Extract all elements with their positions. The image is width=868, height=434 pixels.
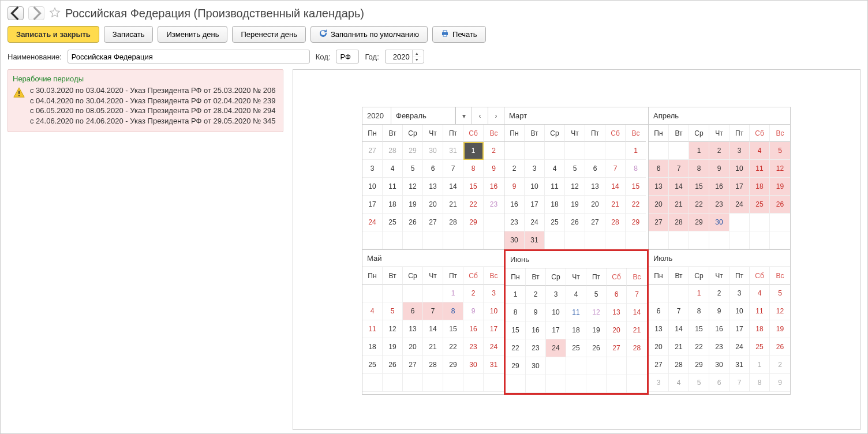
calendar-day[interactable]: 21 <box>605 196 626 214</box>
calendar-day[interactable]: 25 <box>545 214 565 231</box>
calendar-day[interactable]: 19 <box>586 321 607 339</box>
calendar-day[interactable]: 23 <box>504 214 525 231</box>
calendar-day[interactable]: 30 <box>526 357 546 375</box>
calendar-day[interactable]: 30 <box>504 231 525 249</box>
save-button[interactable]: Записать <box>104 26 154 43</box>
calendar-day[interactable]: 18 <box>362 338 383 356</box>
calendar-day[interactable]: 24 <box>525 214 545 231</box>
calendar-day[interactable]: 14 <box>443 178 463 196</box>
calendar-day[interactable]: 8 <box>689 160 709 178</box>
calendar-day[interactable]: 26 <box>565 214 585 231</box>
calendar-day[interactable]: 6 <box>403 302 423 320</box>
calendar-day[interactable]: 10 <box>362 178 383 196</box>
calendar-day[interactable]: 1 <box>443 285 463 302</box>
calendar-day[interactable]: 27 <box>649 356 669 374</box>
year-up-icon[interactable]: ▲ <box>413 50 421 57</box>
calendar-day[interactable]: 6 <box>423 160 443 178</box>
calendar-day[interactable]: 8 <box>689 302 709 320</box>
calendar-day[interactable]: 20 <box>423 196 443 214</box>
calendar-day[interactable]: 10 <box>729 160 750 178</box>
calendar-day[interactable]: 8 <box>626 160 646 178</box>
calendar-day[interactable]: 16 <box>709 178 729 196</box>
calendar-day[interactable]: 4 <box>750 285 770 302</box>
calendar-day[interactable]: 16 <box>526 321 546 339</box>
calendar-day[interactable]: 22 <box>689 338 709 356</box>
name-input[interactable] <box>68 50 310 63</box>
code-input[interactable] <box>336 50 359 63</box>
calendar-day[interactable]: 1 <box>463 142 484 160</box>
calendar-day[interactable]: 28 <box>383 142 403 160</box>
calendar-day[interactable]: 22 <box>689 196 709 214</box>
calendar-day[interactable]: 8 <box>750 374 770 392</box>
calendar-day[interactable]: 2 <box>463 285 484 302</box>
calendar-day[interactable]: 2 <box>504 160 525 178</box>
change-day-button[interactable]: Изменить день <box>158 26 227 43</box>
calendar-day[interactable]: 18 <box>566 321 586 339</box>
calendar-day[interactable]: 7 <box>627 286 647 304</box>
year-input[interactable] <box>386 53 412 61</box>
calendar-day[interactable]: 7 <box>423 302 443 320</box>
calendar-day[interactable]: 3 <box>729 142 750 160</box>
calendar-day[interactable]: 15 <box>506 321 526 339</box>
forward-button[interactable] <box>28 6 44 20</box>
calendar-day[interactable]: 26 <box>586 339 607 357</box>
calendar-day[interactable]: 12 <box>586 304 607 321</box>
calendar-day[interactable]: 19 <box>770 178 790 196</box>
calendar-day[interactable]: 6 <box>585 160 605 178</box>
calendar-day[interactable]: 3 <box>546 286 566 304</box>
calendar-day[interactable]: 7 <box>443 160 463 178</box>
calendar-day[interactable]: 19 <box>770 320 790 338</box>
calendar-day[interactable]: 27 <box>607 339 627 357</box>
calendar-day[interactable]: 14 <box>669 178 689 196</box>
calendar-day[interactable]: 5 <box>383 302 403 320</box>
calendar-day[interactable]: 16 <box>463 320 484 338</box>
calendar-day[interactable]: 22 <box>443 338 463 356</box>
calendar-day[interactable]: 4 <box>362 302 383 320</box>
calendar-day[interactable]: 1 <box>626 142 646 160</box>
calendar-day[interactable]: 23 <box>526 339 546 357</box>
calendar-day[interactable]: 15 <box>463 178 484 196</box>
calendar-day[interactable]: 23 <box>709 196 729 214</box>
calendar-day[interactable]: 8 <box>506 304 526 321</box>
calendar-day[interactable]: 29 <box>403 142 423 160</box>
calendar-day[interactable]: 19 <box>403 196 423 214</box>
calendar-day[interactable]: 11 <box>750 160 770 178</box>
calendar-day[interactable]: 23 <box>709 338 729 356</box>
calendar-day[interactable]: 31 <box>729 356 750 374</box>
calendar-day[interactable]: 3 <box>649 374 669 392</box>
calendar-day[interactable]: 22 <box>506 339 526 357</box>
back-button[interactable] <box>8 6 24 20</box>
calendar-day[interactable]: 9 <box>709 160 729 178</box>
calendar-day[interactable]: 16 <box>709 320 729 338</box>
calendar-day[interactable]: 5 <box>403 160 423 178</box>
calendar-day[interactable]: 5 <box>770 142 790 160</box>
save-close-button[interactable]: Записать и закрыть <box>8 26 99 43</box>
calendar-day[interactable]: 13 <box>585 178 605 196</box>
calendar-day[interactable]: 28 <box>423 356 443 374</box>
calendar-day[interactable]: 19 <box>383 338 403 356</box>
calendar-day[interactable]: 12 <box>403 178 423 196</box>
year-stepper[interactable]: ▲ ▼ <box>385 50 424 63</box>
calendar-day[interactable]: 21 <box>627 321 647 339</box>
calendar-day[interactable]: 25 <box>362 356 383 374</box>
favorite-star-icon[interactable] <box>49 7 61 20</box>
calendar-day[interactable]: 5 <box>565 160 585 178</box>
calendar-day[interactable]: 22 <box>626 196 646 214</box>
calendar-day[interactable]: 26 <box>770 196 790 214</box>
calendar-day[interactable]: 31 <box>443 142 463 160</box>
calendar-day[interactable]: 7 <box>669 160 689 178</box>
calendar-day[interactable]: 4 <box>750 142 770 160</box>
calendar-day[interactable]: 2 <box>709 285 729 302</box>
calendar-day[interactable]: 7 <box>729 374 750 392</box>
calendar-day[interactable]: 29 <box>463 214 484 231</box>
calendar-day[interactable]: 24 <box>729 196 750 214</box>
calendar-day[interactable]: 4 <box>545 160 565 178</box>
calendar-day[interactable]: 1 <box>689 142 709 160</box>
calendar-day[interactable]: 28 <box>605 214 626 231</box>
calendar-day[interactable]: 17 <box>484 320 504 338</box>
calendar-day[interactable]: 6 <box>649 302 669 320</box>
calendar-day[interactable]: 28 <box>627 339 647 357</box>
calendar-day[interactable]: 17 <box>525 196 545 214</box>
calendar-day[interactable]: 30 <box>423 142 443 160</box>
calendar-day[interactable]: 11 <box>750 302 770 320</box>
